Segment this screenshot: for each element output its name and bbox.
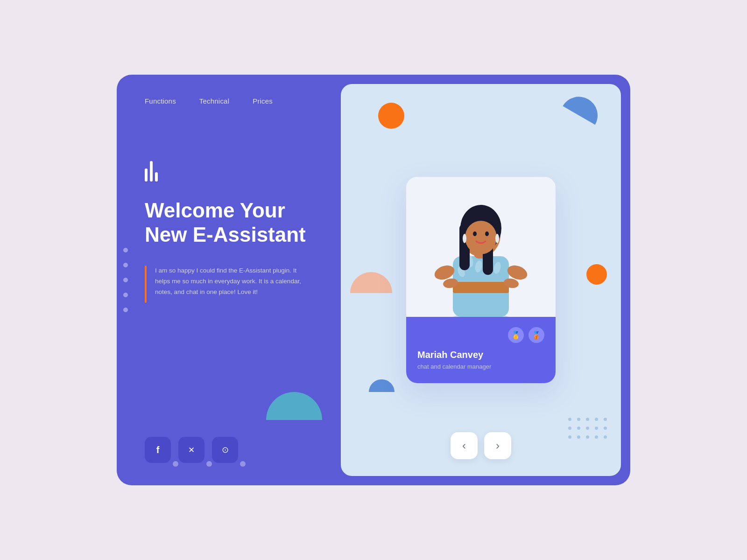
audio-bar-3 xyxy=(155,172,158,182)
testimonial-accent-bar xyxy=(145,266,147,303)
audio-icon xyxy=(145,161,313,182)
blue-arc-top-right xyxy=(563,90,604,125)
dot-1 xyxy=(123,248,128,252)
dot-5 xyxy=(123,308,128,312)
audio-bar-1 xyxy=(145,168,148,182)
dot-bottom-1 xyxy=(173,461,178,467)
dot-bottom-3 xyxy=(240,461,246,467)
twitter-button[interactable]: ✕ xyxy=(178,437,204,463)
svg-rect-2 xyxy=(453,282,509,293)
messenger-icon: ⊙ xyxy=(222,445,229,455)
messenger-button[interactable]: ⊙ xyxy=(212,437,238,463)
prev-button[interactable]: ‹ xyxy=(451,432,478,459)
badge-bronze: 🥉 xyxy=(529,327,544,343)
testimonial-block: I am so happy I could find the E-Assista… xyxy=(145,266,313,303)
nav-functions[interactable]: Functions xyxy=(145,97,176,105)
dots-bottom xyxy=(173,461,246,467)
peach-arc-left xyxy=(350,272,392,293)
dots-grid xyxy=(568,418,607,439)
right-panel: 🥇 🥉 Mariah Canvey chat and calendar mana… xyxy=(341,84,621,476)
dot-2 xyxy=(123,263,128,267)
blue-arc-bottom xyxy=(369,379,395,392)
testimonial-text: I am so happy I could find the E-Assista… xyxy=(155,266,313,303)
orange-circle-right xyxy=(586,264,607,285)
svg-point-21 xyxy=(495,234,499,243)
person-illustration xyxy=(425,182,537,317)
svg-point-17 xyxy=(465,221,497,254)
dots-left xyxy=(123,248,128,312)
dot-bottom-2 xyxy=(206,461,212,467)
profile-name: Mariah Canvey xyxy=(417,350,544,360)
facebook-button[interactable]: f xyxy=(145,437,171,463)
nav-arrows: ‹ › xyxy=(451,432,511,459)
badge-gold: 🥇 xyxy=(508,327,524,343)
orange-circle-top xyxy=(378,103,404,129)
nav-technical[interactable]: Technical xyxy=(199,97,229,105)
svg-point-18 xyxy=(473,231,477,236)
twitter-icon: ✕ xyxy=(188,445,195,455)
next-icon: › xyxy=(496,439,500,452)
profile-info: 🥇 🥉 Mariah Canvey chat and calendar mana… xyxy=(406,317,556,383)
badge-row: 🥇 🥉 xyxy=(417,327,544,343)
svg-point-20 xyxy=(463,234,466,243)
audio-bar-2 xyxy=(150,161,153,182)
teal-arc-decoration xyxy=(266,392,322,420)
facebook-icon: f xyxy=(156,445,160,455)
next-button[interactable]: › xyxy=(484,432,511,459)
left-panel: Functions Technical Prices Welcome YourN… xyxy=(117,75,341,485)
main-card: Functions Technical Prices Welcome YourN… xyxy=(117,75,630,485)
hero-title: Welcome YourNew E-Assistant xyxy=(145,198,313,247)
nav-prices[interactable]: Prices xyxy=(253,97,273,105)
top-nav: Functions Technical Prices xyxy=(145,97,313,105)
dot-3 xyxy=(123,278,128,282)
dot-4 xyxy=(123,293,128,297)
profile-card: 🥇 🥉 Mariah Canvey chat and calendar mana… xyxy=(406,177,556,383)
profile-role: chat and calendar manager xyxy=(417,363,544,370)
prev-icon: ‹ xyxy=(462,439,466,452)
profile-image-area xyxy=(406,177,556,317)
social-buttons: f ✕ ⊙ xyxy=(145,437,313,463)
svg-point-19 xyxy=(485,231,489,236)
